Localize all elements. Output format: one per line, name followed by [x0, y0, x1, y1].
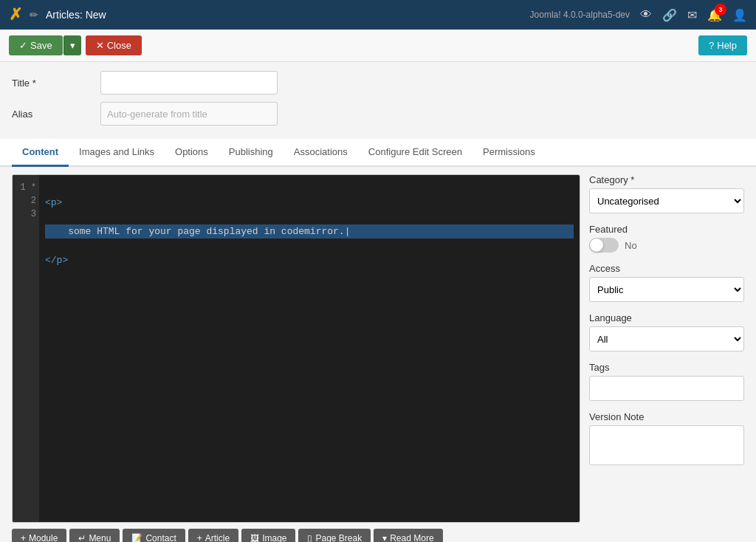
pagebreak-button[interactable]: ▯ Page Break: [298, 529, 371, 542]
readmore-icon: ▾: [382, 533, 387, 542]
featured-toggle-row: No: [589, 238, 744, 253]
close-button[interactable]: ✕ Close: [86, 35, 142, 55]
notif-count: 3: [715, 4, 726, 16]
title-row: Title *: [12, 71, 744, 95]
save-button-group: ✓ Save ▾: [9, 35, 81, 55]
version-note-textarea[interactable]: [589, 425, 744, 465]
access-label: Access: [589, 263, 744, 274]
featured-toggle[interactable]: [589, 238, 619, 253]
editor-side: 1 * 2 3 <p> some HTML for your page disp…: [12, 174, 580, 542]
tags-label: Tags: [589, 362, 744, 373]
help-label: Help: [717, 40, 737, 51]
version-label: Joomla! 4.0.0-alpha5-dev: [530, 10, 630, 20]
category-label: Category *: [589, 174, 744, 185]
dropdown-arrow-icon: ▾: [70, 40, 75, 51]
language-select[interactable]: All: [589, 326, 744, 351]
alias-label: Alias: [12, 109, 100, 120]
line-num-1: 1 *: [18, 181, 36, 194]
pagebreak-icon: ▯: [307, 533, 312, 542]
right-panel: Category * Uncategorised Featured No Acc…: [589, 174, 744, 542]
access-select[interactable]: Public Registered Special: [589, 277, 744, 302]
article-button[interactable]: + Article: [188, 529, 238, 542]
contact-label: Contact: [145, 533, 176, 542]
main-toolbar: ✓ Save ▾ ✕ Close ? Help: [0, 30, 756, 62]
readmore-label: Read More: [390, 533, 433, 542]
tab-associations[interactable]: Associations: [284, 139, 358, 167]
readmore-button[interactable]: ▾ Read More: [374, 529, 442, 542]
tab-configure-edit[interactable]: Configure Edit Screen: [358, 139, 472, 167]
close-label: Close: [107, 40, 131, 51]
return-icon: ↵: [78, 533, 86, 542]
menu-button[interactable]: ↵ Menu: [69, 529, 120, 542]
toolbar-buttons: ✓ Save ▾ ✕ Close: [9, 35, 142, 55]
help-icon: ?: [709, 40, 714, 51]
topbar-left: ✗ ✏ Articles: New: [9, 5, 106, 24]
version-note-label: Version Note: [589, 411, 744, 422]
save-icon: ✓: [19, 40, 27, 51]
joomla-logo: ✗: [9, 5, 22, 24]
topbar: ✗ ✏ Articles: New Joomla! 4.0.0-alpha5-d…: [0, 0, 756, 30]
tags-group: Tags: [589, 362, 744, 401]
article-form: Title * Alias: [0, 62, 756, 139]
line-numbers: 1 * 2 3: [13, 175, 39, 522]
featured-label: Featured: [589, 224, 744, 235]
tags-input[interactable]: [589, 376, 744, 401]
toggle-knob: [590, 239, 603, 252]
article-label: Article: [205, 533, 230, 542]
tab-content[interactable]: Content: [12, 139, 69, 167]
category-group: Category * Uncategorised: [589, 174, 744, 213]
external-link-icon[interactable]: 🔗: [662, 8, 677, 22]
edit-icon: ✏: [30, 9, 38, 21]
code-line-1: <p>: [45, 196, 574, 210]
mail-icon[interactable]: ✉: [687, 8, 697, 22]
language-label: Language: [589, 312, 744, 323]
language-group: Language All: [589, 312, 744, 351]
editor-toolbar: + Module ↵ Menu 📝 Contact + Article 🖼: [12, 529, 580, 542]
article-plus-icon: +: [197, 533, 202, 542]
save-label: Save: [30, 40, 52, 51]
code-content[interactable]: <p> some HTML for your page displayed in…: [39, 175, 580, 522]
tab-images-links[interactable]: Images and Links: [69, 139, 165, 167]
save-button[interactable]: ✓ Save: [9, 35, 63, 55]
contact-button[interactable]: 📝 Contact: [123, 529, 185, 542]
main-content-area: 1 * 2 3 <p> some HTML for your page disp…: [0, 167, 756, 542]
image-icon: 🖼: [250, 533, 259, 542]
help-button[interactable]: ? Help: [698, 35, 747, 55]
save-dropdown-button[interactable]: ▾: [63, 35, 81, 55]
image-button[interactable]: 🖼 Image: [241, 529, 295, 542]
module-label: Module: [29, 533, 58, 542]
alias-input[interactable]: [100, 102, 278, 126]
tab-publishing[interactable]: Publishing: [219, 139, 284, 167]
code-line-2: some HTML for your page displayed in cod…: [45, 224, 574, 239]
access-group: Access Public Registered Special: [589, 263, 744, 302]
category-select[interactable]: Uncategorised: [589, 188, 744, 213]
version-note-group: Version Note: [589, 411, 744, 465]
close-icon: ✕: [96, 40, 104, 51]
content-tabs: Content Images and Links Options Publish…: [0, 139, 756, 167]
plus-icon: +: [21, 533, 26, 542]
image-label: Image: [262, 533, 286, 542]
featured-status: No: [625, 240, 637, 251]
pagebreak-label: Page Break: [315, 533, 362, 542]
user-icon[interactable]: 👤: [732, 8, 747, 22]
featured-group: Featured No: [589, 224, 744, 253]
preview-icon[interactable]: 👁: [640, 8, 652, 21]
code-line-3: </p>: [45, 253, 574, 268]
topbar-right: Joomla! 4.0.0-alpha5-dev 👁 🔗 ✉ 🔔 3 👤: [530, 8, 747, 22]
line-num-3: 3: [18, 207, 36, 221]
menu-label: Menu: [89, 533, 111, 542]
notifications-bell[interactable]: 🔔 3: [707, 8, 722, 22]
title-input[interactable]: [100, 71, 278, 95]
alias-row: Alias: [12, 102, 744, 126]
page-title: Articles: New: [46, 9, 106, 21]
title-label: Title *: [12, 78, 100, 89]
tab-permissions[interactable]: Permissions: [472, 139, 546, 167]
code-editor-inner: 1 * 2 3 <p> some HTML for your page disp…: [13, 175, 580, 522]
contact-icon: 📝: [131, 533, 142, 542]
module-button[interactable]: + Module: [12, 529, 66, 542]
tab-options[interactable]: Options: [165, 139, 219, 167]
code-editor[interactable]: 1 * 2 3 <p> some HTML for your page disp…: [12, 174, 580, 523]
line-num-2: 2: [18, 194, 36, 207]
